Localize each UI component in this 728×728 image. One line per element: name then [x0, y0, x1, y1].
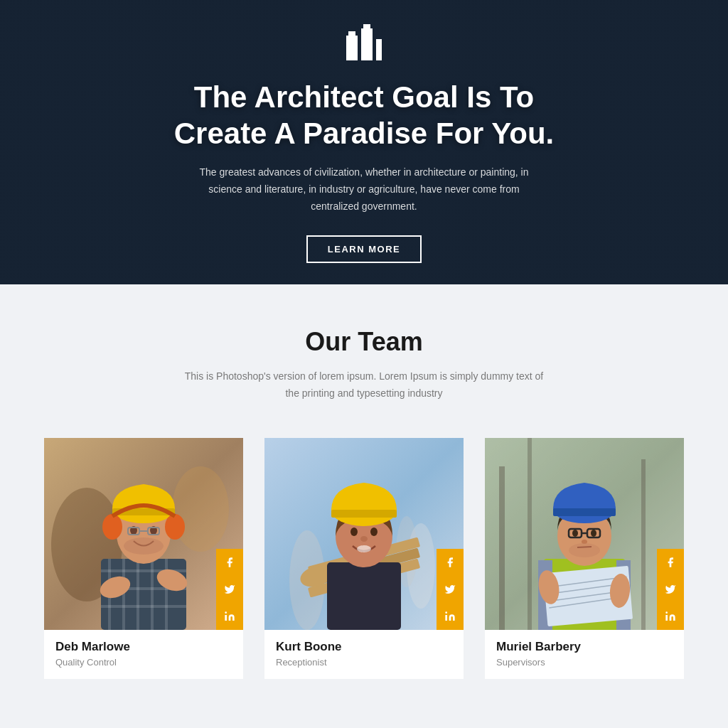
svg-rect-55 — [641, 459, 646, 630]
twitter-button-deb[interactable] — [216, 576, 243, 603]
svg-rect-4 — [376, 39, 382, 60]
svg-rect-3 — [363, 24, 370, 31]
linkedin-button-deb[interactable] — [216, 603, 243, 630]
svg-point-45 — [370, 528, 378, 536]
svg-rect-2 — [361, 28, 373, 60]
facebook-button-kurt[interactable] — [437, 549, 464, 576]
svg-point-77 — [569, 543, 600, 557]
team-card-kurt: Kurt Boone Receptionist — [264, 438, 464, 679]
member-role-kurt: Receptionist — [276, 657, 452, 668]
svg-point-30 — [102, 514, 122, 540]
hero-section: The Architect Goal Is To Create A Paradi… — [0, 0, 728, 284]
facebook-button-muriel[interactable] — [657, 549, 684, 576]
member-name-kurt: Kurt Boone — [276, 640, 452, 654]
member-name-muriel: Muriel Barbery — [496, 640, 673, 654]
linkedin-button-kurt[interactable] — [437, 603, 464, 630]
svg-point-47 — [357, 545, 371, 552]
hero-title: The Architect Goal Is To Create A Paradi… — [147, 80, 581, 151]
social-buttons-kurt — [437, 549, 464, 630]
svg-point-73 — [572, 530, 578, 537]
team-card-muriel: Muriel Barbery Supervisors — [485, 438, 684, 679]
member-name-deb: Deb Marlowe — [55, 640, 232, 654]
svg-point-74 — [591, 530, 596, 537]
team-cards: Deb Marlowe Quality Control — [28, 438, 700, 679]
hero-logo — [147, 21, 581, 67]
team-section: Our Team This is Photoshop's version of … — [0, 284, 728, 728]
team-heading: Our Team — [28, 327, 700, 357]
member-role-deb: Quality Control — [55, 657, 232, 668]
card-image-deb — [44, 438, 243, 630]
card-image-muriel — [485, 438, 684, 630]
svg-point-44 — [350, 528, 358, 536]
svg-point-46 — [360, 536, 368, 542]
team-description: This is Photoshop's version of lorem ips… — [179, 368, 549, 402]
svg-rect-49 — [331, 510, 397, 518]
hero-subtitle: The greatest advances of civilization, w… — [193, 164, 535, 215]
card-info-muriel: Muriel Barbery Supervisors — [485, 630, 684, 679]
linkedin-button-muriel[interactable] — [657, 603, 684, 630]
card-image-kurt — [264, 438, 464, 630]
svg-point-27 — [124, 537, 164, 555]
svg-rect-53 — [499, 466, 505, 630]
social-buttons-deb — [216, 549, 243, 630]
twitter-button-kurt[interactable] — [437, 576, 464, 603]
twitter-button-muriel[interactable] — [657, 576, 684, 603]
svg-point-31 — [165, 514, 185, 540]
card-info-kurt: Kurt Boone Receptionist — [264, 630, 464, 679]
svg-rect-41 — [327, 562, 401, 630]
facebook-button-deb[interactable] — [216, 549, 243, 576]
learn-more-button[interactable]: LEARN MORE — [306, 235, 422, 263]
svg-rect-54 — [528, 438, 532, 630]
svg-rect-1 — [348, 31, 355, 38]
svg-point-50 — [445, 611, 447, 614]
social-buttons-muriel — [657, 549, 684, 630]
team-card-deb: Deb Marlowe Quality Control — [44, 438, 243, 679]
svg-point-8 — [172, 466, 229, 552]
svg-point-32 — [225, 611, 227, 614]
svg-rect-17 — [101, 605, 186, 608]
svg-rect-79 — [553, 508, 616, 516]
member-role-muriel: Supervisors — [496, 657, 673, 668]
card-info-deb: Deb Marlowe Quality Control — [44, 630, 243, 679]
svg-rect-0 — [346, 36, 358, 60]
hero-content: The Architect Goal Is To Create A Paradi… — [133, 21, 595, 262]
svg-point-80 — [665, 611, 668, 614]
